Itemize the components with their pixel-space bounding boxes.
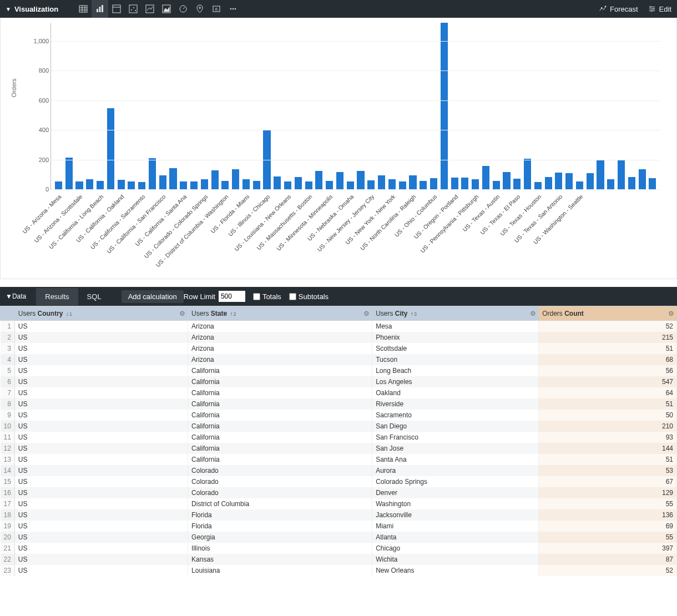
table-row[interactable]: 16USColoradoDenver129 bbox=[1, 487, 677, 498]
chart-bar[interactable] bbox=[451, 178, 458, 189]
table-row[interactable]: 20USGeorgiaAtlanta55 bbox=[1, 532, 677, 543]
chart-bar[interactable] bbox=[461, 178, 468, 189]
chart-bar[interactable] bbox=[253, 181, 260, 189]
chart-bar[interactable] bbox=[430, 178, 437, 189]
chart-bar[interactable] bbox=[232, 169, 239, 189]
chart-bar[interactable] bbox=[336, 172, 343, 190]
chart-bar[interactable] bbox=[149, 158, 156, 189]
chart-bar[interactable] bbox=[441, 23, 448, 189]
chart-bar[interactable] bbox=[493, 181, 500, 189]
chart-bar[interactable] bbox=[524, 159, 531, 189]
chart-bar[interactable] bbox=[284, 181, 291, 189]
table-row[interactable]: 14USColoradoAurora53 bbox=[1, 465, 677, 476]
chart-bar[interactable] bbox=[587, 173, 594, 189]
chart-bar[interactable] bbox=[649, 178, 656, 189]
table-row[interactable]: 6USCaliforniaLos Angeles547 bbox=[1, 376, 677, 387]
chart-bar[interactable] bbox=[597, 160, 604, 189]
chart-bar[interactable] bbox=[388, 179, 396, 189]
chart-bar[interactable] bbox=[409, 175, 416, 189]
forecast-button[interactable]: Forecast bbox=[599, 5, 638, 13]
subtotals-checkbox[interactable]: Subtotals bbox=[289, 292, 329, 301]
line-viz-icon[interactable] bbox=[142, 0, 158, 18]
table-row[interactable]: 1USArizonaMesa52 bbox=[1, 321, 677, 332]
table-row[interactable]: 5USCaliforniaLong Beach56 bbox=[1, 365, 677, 376]
chart-bar[interactable] bbox=[75, 181, 83, 189]
totals-checkbox[interactable]: Totals bbox=[253, 292, 281, 301]
map-viz-icon[interactable] bbox=[191, 0, 208, 18]
chart-bar[interactable] bbox=[86, 179, 93, 189]
chart-bar[interactable] bbox=[513, 179, 521, 189]
chart-bar[interactable] bbox=[607, 179, 614, 189]
tab-sql[interactable]: SQL bbox=[78, 288, 110, 305]
table-row[interactable]: 10USCaliforniaSan Diego210 bbox=[1, 421, 677, 432]
collapse-caret-icon[interactable]: ▼ bbox=[6, 6, 11, 12]
chart-bar[interactable] bbox=[211, 170, 219, 189]
chart-bar[interactable] bbox=[159, 175, 166, 189]
bar-viz-icon[interactable] bbox=[92, 0, 108, 18]
chart-bar[interactable] bbox=[639, 169, 646, 189]
more-viz-icon[interactable] bbox=[225, 0, 241, 18]
chart-bar[interactable] bbox=[107, 108, 114, 189]
chart-bar[interactable] bbox=[628, 177, 635, 189]
column-viz-icon[interactable] bbox=[108, 0, 125, 18]
table-viz-icon[interactable] bbox=[75, 0, 92, 18]
chart-bar[interactable] bbox=[399, 181, 406, 189]
chart-bar[interactable] bbox=[138, 182, 145, 189]
chart-bar[interactable] bbox=[618, 160, 625, 189]
chart-bar[interactable] bbox=[65, 158, 73, 189]
chart-bar[interactable] bbox=[128, 181, 135, 189]
gear-icon[interactable]: ⚙ bbox=[530, 310, 536, 317]
chart-bar[interactable] bbox=[367, 180, 375, 189]
chart-bar[interactable] bbox=[565, 173, 573, 189]
chart-bar[interactable] bbox=[534, 182, 542, 189]
col-header-state[interactable]: Users State ↑2⚙ bbox=[188, 306, 372, 321]
table-row[interactable]: 21USIllinoisChicago397 bbox=[1, 543, 677, 554]
chart-bar[interactable] bbox=[221, 181, 229, 189]
table-row[interactable]: 11USCaliforniaSan Francisco93 bbox=[1, 432, 677, 443]
chart-bar[interactable] bbox=[576, 181, 583, 189]
table-row[interactable]: 8USCaliforniaRiverside51 bbox=[1, 398, 677, 410]
chart-bar[interactable] bbox=[118, 180, 125, 189]
col-header-country[interactable]: Users Country ↓1⚙ bbox=[14, 306, 188, 321]
chart-bar[interactable] bbox=[190, 181, 198, 189]
col-header-count[interactable]: Orders Count⚙ bbox=[539, 306, 677, 321]
chart-bar[interactable] bbox=[169, 168, 176, 189]
row-limit-input[interactable] bbox=[219, 291, 245, 302]
chart-bar[interactable] bbox=[482, 166, 489, 189]
table-row[interactable]: 12USCaliforniaSan Jose144 bbox=[1, 443, 677, 454]
single-value-viz-icon[interactable]: 6 bbox=[208, 0, 225, 18]
gauge-viz-icon[interactable] bbox=[175, 0, 191, 18]
chart-bar[interactable] bbox=[378, 175, 385, 189]
table-row[interactable]: 2USArizonaPhoenix215 bbox=[1, 332, 677, 343]
chart-bar[interactable] bbox=[295, 177, 302, 189]
chart-plot[interactable]: 02004006008001,000 bbox=[50, 23, 660, 190]
collapse-caret-icon[interactable]: ▼ bbox=[6, 292, 12, 300]
chart-bar[interactable] bbox=[326, 181, 333, 189]
table-row[interactable]: 7USCaliforniaOakland64 bbox=[1, 387, 677, 398]
gear-icon[interactable]: ⚙ bbox=[668, 310, 674, 317]
table-row[interactable]: 4USArizonaTucson68 bbox=[1, 354, 677, 365]
chart-bar[interactable] bbox=[180, 181, 187, 189]
table-row[interactable]: 17USDistrict of ColumbiaWashington55 bbox=[1, 498, 677, 509]
table-row[interactable]: 15USColoradoColorado Springs67 bbox=[1, 476, 677, 487]
chart-bar[interactable] bbox=[315, 171, 322, 189]
table-row[interactable]: 19USFloridaMiami69 bbox=[1, 521, 677, 532]
table-row[interactable]: 22USKansasWichita87 bbox=[1, 554, 677, 565]
chart-bar[interactable] bbox=[97, 181, 104, 189]
table-row[interactable]: 9USCaliforniaSacramento50 bbox=[1, 410, 677, 421]
table-row[interactable]: 3USArizonaScottsdale51 bbox=[1, 343, 677, 354]
tab-results[interactable]: Results bbox=[36, 288, 78, 305]
table-row[interactable]: 13USCaliforniaSanta Ana51 bbox=[1, 454, 677, 465]
chart-bar[interactable] bbox=[545, 177, 552, 189]
area-viz-icon[interactable] bbox=[158, 0, 175, 18]
scatter-viz-icon[interactable] bbox=[125, 0, 142, 18]
chart-bar[interactable] bbox=[242, 179, 250, 189]
add-calculation-button[interactable]: Add calculation bbox=[122, 290, 184, 303]
chart-bar[interactable] bbox=[347, 181, 354, 189]
chart-bar[interactable] bbox=[357, 171, 364, 189]
chart-bar[interactable] bbox=[305, 181, 312, 189]
chart-bar[interactable] bbox=[503, 172, 510, 190]
chart-bar[interactable] bbox=[201, 179, 208, 189]
chart-bar[interactable] bbox=[472, 179, 479, 189]
chart-bar[interactable] bbox=[555, 173, 562, 189]
